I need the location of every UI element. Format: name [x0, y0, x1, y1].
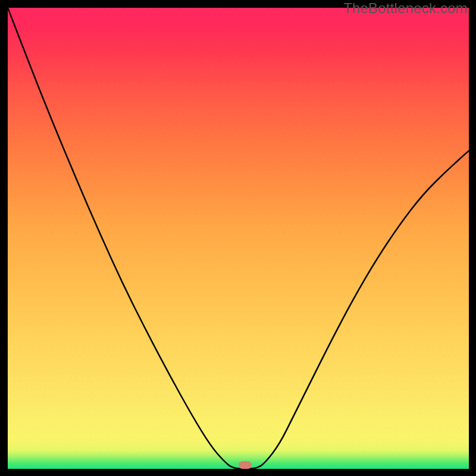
optimum-marker [239, 461, 252, 469]
chart-frame: TheBottleneck.com [0, 0, 476, 476]
watermark-text: TheBottleneck.com [343, 0, 468, 17]
plot-area [8, 8, 469, 469]
bottleneck-curve [8, 8, 469, 469]
